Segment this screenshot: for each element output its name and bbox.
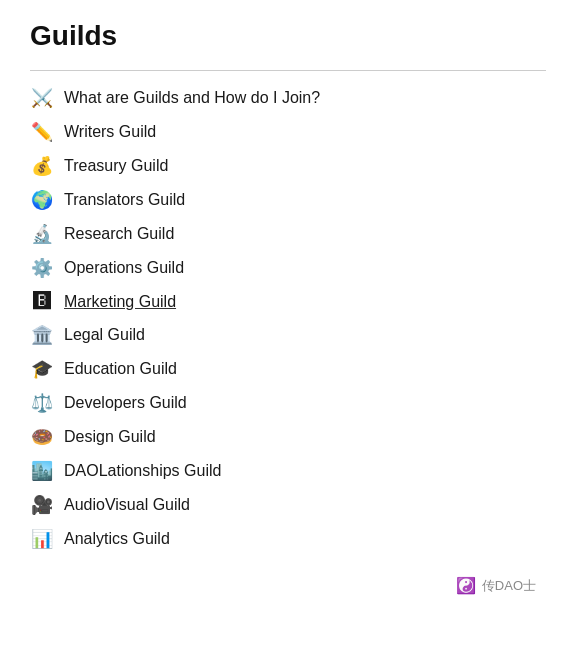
list-item: 🔬Research Guild [30, 217, 546, 251]
list-item: 🏛️Legal Guild [30, 318, 546, 352]
research-guild-icon: 🔬 [30, 223, 54, 245]
guild-list: ⚔️What are Guilds and How do I Join?✏️Wr… [30, 81, 546, 556]
translators-guild-icon: 🌍 [30, 189, 54, 211]
treasury-guild-link[interactable]: Treasury Guild [64, 157, 168, 175]
list-item: 🌍Translators Guild [30, 183, 546, 217]
what-are-guilds-link[interactable]: What are Guilds and How do I Join? [64, 89, 320, 107]
audiovisual-guild-icon: 🎥 [30, 494, 54, 516]
legal-guild-icon: 🏛️ [30, 324, 54, 346]
list-item: 🍩Design Guild [30, 420, 546, 454]
design-guild-icon: 🍩 [30, 426, 54, 448]
operations-guild-icon: ⚙️ [30, 257, 54, 279]
list-item: 💰Treasury Guild [30, 149, 546, 183]
footer: ☯️ 传DAO士 [30, 576, 546, 595]
daolationships-guild-icon: 🏙️ [30, 460, 54, 482]
footer-text: 传DAO士 [482, 577, 536, 595]
education-guild-icon: 🎓 [30, 358, 54, 380]
list-item: ✏️Writers Guild [30, 115, 546, 149]
footer-icon: ☯️ [456, 576, 476, 595]
list-item: 🎥AudioVisual Guild [30, 488, 546, 522]
list-item: 🏙️DAOLationships Guild [30, 454, 546, 488]
what-are-guilds-icon: ⚔️ [30, 87, 54, 109]
writers-guild-icon: ✏️ [30, 121, 54, 143]
writers-guild-link[interactable]: Writers Guild [64, 123, 156, 141]
legal-guild-link[interactable]: Legal Guild [64, 326, 145, 344]
developers-guild-link[interactable]: Developers Guild [64, 394, 187, 412]
developers-guild-icon: ⚖️ [30, 392, 54, 414]
design-guild-link[interactable]: Design Guild [64, 428, 156, 446]
list-item: ⚔️What are Guilds and How do I Join? [30, 81, 546, 115]
education-guild-link[interactable]: Education Guild [64, 360, 177, 378]
list-item: 📊Analytics Guild [30, 522, 546, 556]
analytics-guild-link[interactable]: Analytics Guild [64, 530, 170, 548]
divider [30, 70, 546, 71]
audiovisual-guild-link[interactable]: AudioVisual Guild [64, 496, 190, 514]
list-item: 🅱Marketing Guild [30, 285, 546, 318]
page-title: Guilds [30, 20, 546, 52]
list-item: ⚖️Developers Guild [30, 386, 546, 420]
treasury-guild-icon: 💰 [30, 155, 54, 177]
marketing-guild-icon: 🅱 [30, 291, 54, 312]
research-guild-link[interactable]: Research Guild [64, 225, 174, 243]
translators-guild-link[interactable]: Translators Guild [64, 191, 185, 209]
analytics-guild-icon: 📊 [30, 528, 54, 550]
daolationships-guild-link[interactable]: DAOLationships Guild [64, 462, 221, 480]
list-item: 🎓Education Guild [30, 352, 546, 386]
list-item: ⚙️Operations Guild [30, 251, 546, 285]
operations-guild-link[interactable]: Operations Guild [64, 259, 184, 277]
marketing-guild-link[interactable]: Marketing Guild [64, 293, 176, 311]
